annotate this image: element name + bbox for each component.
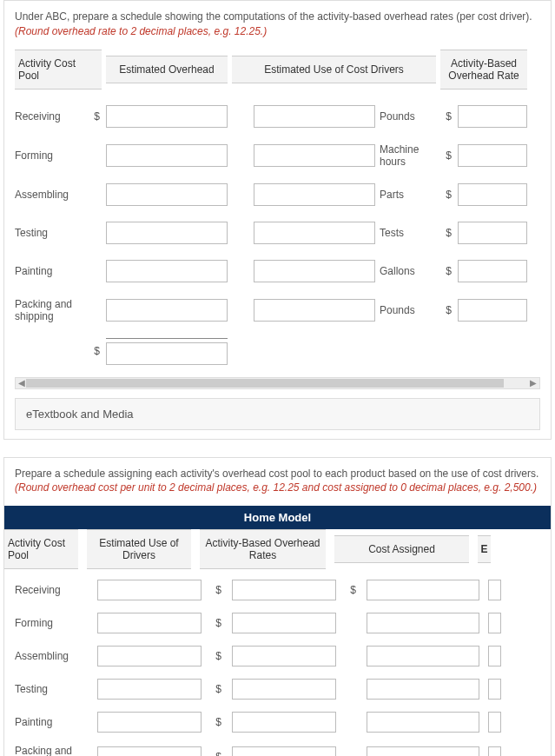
input-rate2-painting[interactable] [232, 712, 336, 733]
row-label: Receiving [15, 110, 84, 123]
input-overhead-forming[interactable] [106, 144, 228, 167]
input-overhead-painting[interactable] [106, 260, 228, 282]
input-trunc-painting[interactable] [488, 712, 501, 733]
row-label: Testing [15, 683, 89, 695]
group-header-home-model: Home Model [4, 506, 551, 529]
unit-label: Pounds [380, 304, 436, 316]
dollar-sign: $ [210, 751, 223, 756]
row-label: Painting [15, 716, 89, 728]
input-overhead-assembling[interactable] [106, 183, 228, 206]
input-overhead-receiving[interactable] [106, 105, 228, 128]
input-rate-testing[interactable] [458, 222, 527, 244]
input-drivers-testing[interactable] [97, 679, 202, 700]
header-row-2: Activity Cost Pool Estimated Use of Driv… [4, 529, 551, 569]
section-assign-costs: Prepare a schedule assigning each activi… [3, 457, 552, 756]
row-label: Testing [15, 227, 84, 239]
dollar-sign: $ [440, 265, 453, 277]
row-label: Assembling [15, 189, 84, 201]
dollar-sign: $ [440, 149, 453, 162]
input-rate2-assembling[interactable] [232, 646, 336, 666]
row-label: Forming [15, 617, 89, 629]
dollar-sign: $ [440, 189, 453, 201]
horizontal-scrollbar[interactable]: ◀ ▶ [15, 377, 540, 389]
input-rate2-testing[interactable] [232, 679, 336, 700]
hdr2-rates: Activity-Based Overhead Rates [200, 529, 326, 569]
unit-label: Gallons [380, 265, 436, 277]
input-usage-forming[interactable] [254, 144, 375, 167]
input-rate-receiving[interactable] [458, 105, 527, 128]
dollar-sign: $ [210, 683, 223, 695]
instruction-2-text: Prepare a schedule assigning each activi… [15, 468, 538, 480]
hdr2-pool: Activity Cost Pool [4, 529, 78, 569]
section-abc-rates: Under ABC, prepare a schedule showing th… [3, 0, 552, 440]
trunc-label: E [480, 543, 487, 555]
input-usage-receiving[interactable] [254, 105, 375, 128]
hdr-overhead: Estimated Overhead [106, 56, 228, 83]
row-label: Packing and shipping [15, 745, 89, 756]
input-drivers-painting[interactable] [97, 712, 202, 733]
unit-label: Tests [380, 227, 436, 239]
row-label: Painting [15, 265, 84, 277]
dollar-sign: $ [210, 650, 223, 662]
unit-label: Parts [380, 189, 436, 201]
hdr-pool: Activity Cost Pool [15, 50, 102, 90]
dollar-sign: $ [440, 110, 453, 123]
instruction-1-red: (Round overhead rate to 2 decimal places… [15, 25, 267, 37]
input-trunc-receiving[interactable] [488, 580, 501, 600]
input-trunc-forming[interactable] [488, 613, 501, 633]
dollar-sign: $ [89, 110, 102, 123]
input-trunc-assembling[interactable] [488, 646, 501, 666]
input-rate2-receiving[interactable] [232, 580, 336, 600]
input-overhead-total[interactable] [106, 342, 228, 365]
input-rate-assembling[interactable] [458, 183, 527, 206]
input-assigned-testing[interactable] [367, 679, 479, 700]
input-usage-painting[interactable] [254, 260, 375, 282]
input-assigned-receiving[interactable] [367, 580, 479, 600]
scroll-thumb[interactable] [26, 379, 504, 388]
input-assigned-packing[interactable] [367, 746, 479, 756]
rates-table: Activity Cost Pool Estimated Overhead Es… [15, 50, 540, 365]
input-assigned-assembling[interactable] [367, 646, 479, 666]
dollar-sign: $ [345, 584, 358, 596]
input-rate2-forming[interactable] [232, 613, 336, 633]
input-rate-painting[interactable] [458, 260, 527, 282]
scroll-right-icon[interactable]: ▶ [527, 378, 539, 388]
input-assigned-forming[interactable] [367, 613, 479, 633]
input-drivers-assembling[interactable] [97, 646, 202, 666]
dollar-sign: $ [440, 304, 453, 316]
row-label: Receiving [15, 584, 89, 596]
input-rate2-packing[interactable] [232, 746, 336, 756]
row-label: Assembling [15, 650, 89, 662]
input-usage-testing[interactable] [254, 222, 375, 244]
dollar-sign: $ [210, 584, 223, 596]
dollar-sign: $ [440, 227, 453, 239]
instruction-2: Prepare a schedule assigning each activi… [15, 467, 540, 496]
input-usage-assembling[interactable] [254, 183, 375, 206]
accordion-label: eTextbook and Media [26, 408, 134, 421]
row-label: Forming [15, 149, 84, 162]
hdr-usage: Estimated Use of Cost Drivers [232, 56, 436, 83]
input-overhead-packing[interactable] [106, 299, 228, 322]
hdr2-trunc: E [478, 535, 491, 563]
dollar-sign: $ [89, 345, 102, 357]
input-trunc-testing[interactable] [488, 679, 501, 700]
input-drivers-forming[interactable] [97, 613, 202, 633]
hdr2-assigned: Cost Assigned [334, 535, 469, 563]
input-trunc-packing[interactable] [488, 746, 501, 756]
input-rate-forming[interactable] [458, 144, 527, 167]
input-overhead-testing[interactable] [106, 222, 228, 244]
instruction-1: Under ABC, prepare a schedule showing th… [15, 10, 540, 39]
input-rate-packing[interactable] [458, 299, 527, 322]
hdr-rate: Activity-Based Overhead Rate [440, 50, 527, 90]
assign-table: Receiving $ $ Forming $ Assembling $ Tes… [15, 580, 540, 756]
etextbook-accordion[interactable]: eTextbook and Media [15, 398, 540, 430]
instruction-1-text: Under ABC, prepare a schedule showing th… [15, 10, 532, 23]
dollar-sign: $ [210, 617, 223, 629]
input-drivers-packing[interactable] [97, 746, 202, 756]
instruction-2-red: (Round overhead cost per unit to 2 decim… [15, 481, 537, 494]
dollar-sign: $ [210, 716, 223, 728]
input-usage-packing[interactable] [254, 299, 375, 322]
input-drivers-receiving[interactable] [97, 580, 202, 600]
unit-label: Pounds [380, 110, 436, 123]
input-assigned-painting[interactable] [367, 712, 479, 733]
